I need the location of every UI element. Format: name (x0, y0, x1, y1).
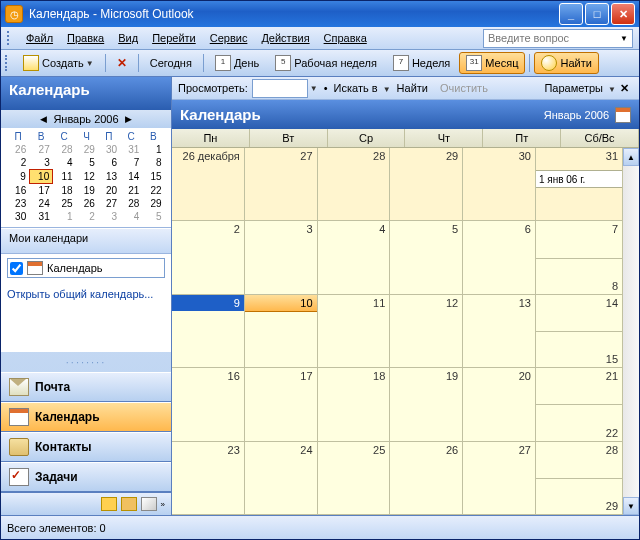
day-cell: 24 (245, 442, 318, 514)
maximize-button[interactable]: □ (585, 3, 609, 25)
view-label: Просмотреть: (178, 82, 248, 94)
prev-month-button[interactable]: ◀ (34, 114, 53, 124)
grip-handle[interactable] (5, 55, 11, 71)
open-shared-calendar-link[interactable]: Открыть общий календарь... (7, 288, 165, 300)
find-input[interactable] (252, 79, 308, 98)
day-cell: 18 (318, 368, 391, 440)
month-icon: 31 (466, 55, 482, 71)
nav-tasks-button[interactable]: Задачи (1, 462, 171, 492)
status-bar: Всего элементов: 0 (1, 515, 639, 539)
app-icon: ◷ (5, 5, 23, 23)
day-cell: 1415 (536, 295, 623, 367)
month-grid[interactable]: 26 декабря 27 28 29 30 311 янв 06 г. 2 3… (172, 148, 623, 515)
contacts-icon (9, 438, 29, 456)
folder-icon[interactable] (121, 497, 137, 511)
event-item[interactable]: 1 янв 06 г. (536, 170, 622, 188)
date-navigator: ◀ Январь 2006 ▶ ПВСЧПСВ 2627282930311 23… (1, 110, 171, 228)
titlebar[interactable]: ◷ Календарь - Microsoft Outlook _ □ ✕ (1, 1, 639, 27)
menu-file[interactable]: Файл (19, 30, 60, 46)
day-cell: 5 (390, 221, 463, 293)
day-cell-today: 10 (245, 295, 318, 367)
window-title: Календарь - Microsoft Outlook (29, 7, 557, 21)
calendar-icon (9, 408, 29, 426)
minimize-button[interactable]: _ (559, 3, 583, 25)
day-cell: 30 (463, 148, 536, 220)
params-dropdown[interactable]: Параметры ▼ (544, 82, 616, 94)
day-view-button[interactable]: 1День (208, 52, 266, 74)
new-icon (23, 55, 39, 71)
nav-mail-button[interactable]: Почта (1, 372, 171, 402)
week-view-button[interactable]: 7Неделя (386, 52, 457, 74)
menu-help[interactable]: Справка (317, 30, 374, 46)
nav-footer: » (1, 492, 171, 515)
day-cell: 3 (245, 221, 318, 293)
notes-icon[interactable] (101, 497, 117, 511)
chevron-down-icon: ▼ (620, 34, 628, 43)
find-action[interactable]: Найти (397, 82, 428, 94)
content-area: Календарь ◀ Январь 2006 ▶ ПВСЧПСВ 262728… (1, 77, 639, 515)
day-cell: 2122 (536, 368, 623, 440)
today-button[interactable]: Сегодня (143, 54, 199, 72)
nav-contacts-button[interactable]: Контакты (1, 432, 171, 462)
nav-calendar-button[interactable]: Календарь (1, 402, 171, 432)
datepicker-grid[interactable]: ПВСЧПСВ 2627282930311 2345678 9101112131… (7, 130, 165, 223)
day-cell: 28 (318, 148, 391, 220)
navigation-pane: Календарь ◀ Январь 2006 ▶ ПВСЧПСВ 262728… (1, 77, 172, 515)
day-headers: ПнВтСрЧтПтСб/Вс (172, 129, 639, 148)
vertical-scrollbar[interactable]: ▲ ▼ (623, 148, 639, 515)
nav-header: Календарь (1, 77, 171, 110)
ask-question-input[interactable]: Введите вопрос▼ (483, 29, 633, 48)
menu-tools[interactable]: Сервис (203, 30, 255, 46)
grip-handle[interactable] (7, 31, 13, 45)
week-icon: 7 (393, 55, 409, 71)
find-button[interactable]: Найти (534, 52, 598, 74)
menu-view[interactable]: Вид (111, 30, 145, 46)
mail-icon (9, 378, 29, 396)
menu-edit[interactable]: Правка (60, 30, 111, 46)
day-cell: 6 (463, 221, 536, 293)
calendar-checkbox[interactable] (10, 262, 23, 275)
calendar-icon[interactable] (615, 107, 631, 123)
scroll-down-button[interactable]: ▼ (623, 497, 639, 515)
day-cell: 311 янв 06 г. (536, 148, 623, 220)
datepicker-month: Январь 2006 (53, 113, 118, 125)
today-cell: 10 (29, 170, 53, 184)
close-button[interactable]: ✕ (611, 3, 635, 25)
menu-go[interactable]: Перейти (145, 30, 203, 46)
day-cell: 2829 (536, 442, 623, 514)
day-cell-selected: 9 (172, 295, 245, 367)
shortcuts-icon[interactable] (141, 497, 157, 511)
day-cell: 11 (318, 295, 391, 367)
workweek-icon: 5 (275, 55, 291, 71)
day-cell: 4 (318, 221, 391, 293)
day-cell: 17 (245, 368, 318, 440)
find-icon (541, 55, 557, 71)
menubar: Файл Правка Вид Перейти Сервис Действия … (1, 27, 639, 50)
nav-collapse-grip[interactable]: ∙∙∙∙∙∙∙∙ (1, 352, 171, 372)
calendar-date: Январь 2006 (544, 109, 609, 121)
configure-buttons[interactable]: » (161, 500, 165, 509)
searchin-dropdown[interactable]: Искать в ▼ (334, 82, 391, 94)
my-calendars-header[interactable]: Мои календари (1, 228, 171, 254)
chevron-down-icon[interactable]: ▼ (310, 84, 318, 93)
close-findbar-button[interactable]: ✕ (616, 82, 633, 95)
delete-icon: ✕ (117, 56, 127, 70)
clear-action: Очистить (440, 82, 488, 94)
day-cell: 13 (463, 295, 536, 367)
day-cell: 26 декабря (172, 148, 245, 220)
month-view-button[interactable]: 31Месяц (459, 52, 525, 74)
day-cell: 12 (390, 295, 463, 367)
toolbar: Создать▼ ✕ Сегодня 1День 5Рабочая неделя… (1, 50, 639, 77)
day-cell: 25 (318, 442, 391, 514)
new-button[interactable]: Создать▼ (16, 52, 101, 74)
menu-actions[interactable]: Действия (254, 30, 316, 46)
delete-button[interactable]: ✕ (110, 53, 134, 73)
day-cell: 27 (245, 148, 318, 220)
next-month-button[interactable]: ▶ (119, 114, 138, 124)
find-bar: Просмотреть: ▼ • Искать в ▼ Найти Очисти… (172, 77, 639, 100)
calendar-checkbox-item[interactable]: Календарь (7, 258, 165, 278)
day-cell: 26 (390, 442, 463, 514)
outlook-window: ◷ Календарь - Microsoft Outlook _ □ ✕ Фа… (0, 0, 640, 540)
workweek-view-button[interactable]: 5Рабочая неделя (268, 52, 384, 74)
scroll-up-button[interactable]: ▲ (623, 148, 639, 166)
